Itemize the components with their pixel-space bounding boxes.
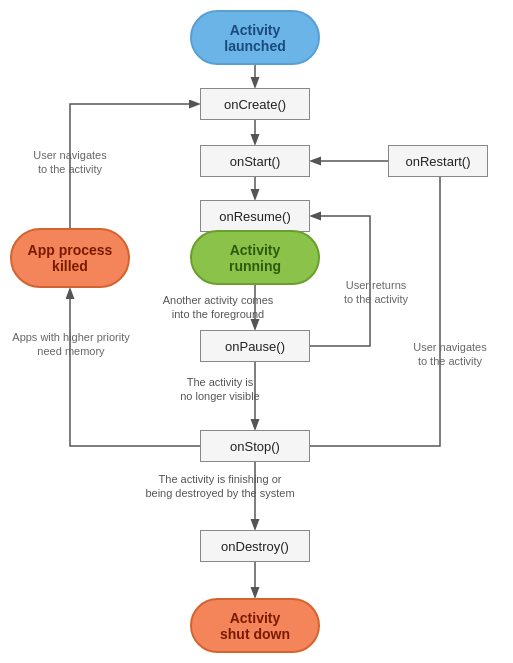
another-activity-label: Another activity comesinto the foregroun… [148, 293, 288, 322]
diagram: Activitylaunched onCreate() onStart() on… [0, 0, 513, 663]
activity-launched-node: Activitylaunched [190, 10, 320, 65]
activity-launched-label: Activitylaunched [224, 22, 285, 54]
app-process-killed-node: App processkilled [10, 228, 130, 288]
no-longer-visible-label: The activity isno longer visible [160, 375, 280, 404]
app-process-killed-label: App processkilled [28, 242, 113, 274]
onresume-box: onResume() [200, 200, 310, 232]
ondestroy-label: onDestroy() [221, 539, 289, 554]
activity-shutdown-label: Activityshut down [220, 610, 290, 642]
finishing-destroyed-label: The activity is finishing orbeing destro… [140, 472, 300, 501]
user-returns-label: User returnsto the activity [326, 278, 426, 307]
user-navigates2-label: User navigatesto the activity [400, 340, 500, 369]
ondestroy-box: onDestroy() [200, 530, 310, 562]
oncreate-label: onCreate() [224, 97, 286, 112]
oncreate-box: onCreate() [200, 88, 310, 120]
onstop-box: onStop() [200, 430, 310, 462]
onstart-label: onStart() [230, 154, 281, 169]
onresume-label: onResume() [219, 209, 291, 224]
user-navigates-label: User navigatesto the activity [20, 148, 120, 177]
activity-running-node: Activityrunning [190, 230, 320, 285]
onstart-box: onStart() [200, 145, 310, 177]
apps-priority-label: Apps with higher priorityneed memory [6, 330, 136, 359]
onrestart-box: onRestart() [388, 145, 488, 177]
activity-running-label: Activityrunning [229, 242, 281, 274]
onpause-box: onPause() [200, 330, 310, 362]
onstop-label: onStop() [230, 439, 280, 454]
onrestart-label: onRestart() [405, 154, 470, 169]
onpause-label: onPause() [225, 339, 285, 354]
activity-shutdown-node: Activityshut down [190, 598, 320, 653]
